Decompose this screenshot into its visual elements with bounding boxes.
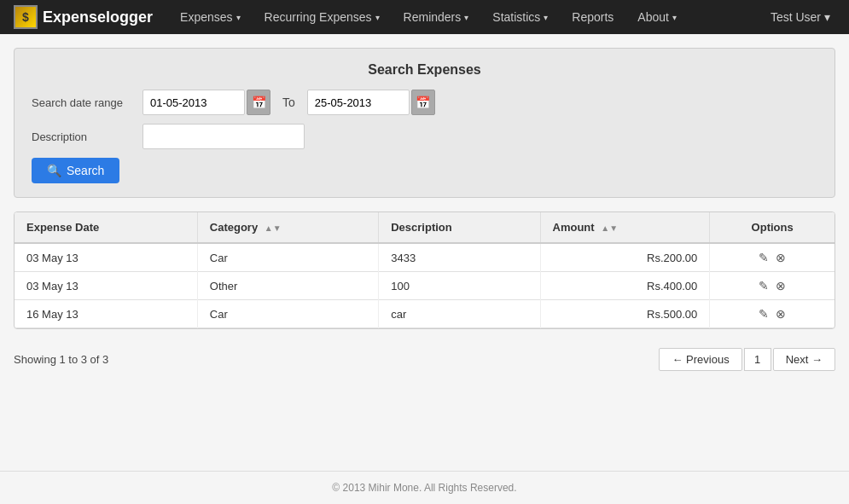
nav-items: Expenses ▾ Recurring Expenses ▾ Reminder…	[168, 0, 759, 34]
brand-icon: $	[14, 5, 38, 29]
cell-description: car	[379, 300, 540, 328]
chevron-down-icon: ▾	[672, 13, 677, 22]
cell-amount: Rs.500.00	[540, 300, 710, 328]
footer-text: © 2013 Mihir Mone. All Rights Reserved.	[332, 482, 516, 494]
cell-options: ✎ ⊗	[710, 272, 834, 300]
nav-reminders[interactable]: Reminders ▾	[392, 0, 481, 34]
chevron-down-icon: ▾	[375, 13, 380, 22]
date-range-row: Search date range 📅 To 📅	[32, 90, 817, 115]
cell-date: 03 May 13	[15, 243, 197, 272]
chevron-down-icon: ▾	[464, 13, 468, 22]
cell-category: Car	[197, 300, 378, 328]
delete-button[interactable]: ⊗	[776, 251, 786, 264]
from-date-input[interactable]	[142, 90, 245, 115]
expenses-table-container: Expense Date Category ▲▼ Description Amo…	[14, 211, 835, 329]
description-input[interactable]	[142, 124, 305, 149]
to-label: To	[282, 96, 295, 109]
col-options: Options	[710, 212, 834, 243]
table-header-row: Expense Date Category ▲▼ Description Amo…	[15, 212, 834, 243]
cell-amount: Rs.200.00	[540, 243, 710, 272]
table-row: 03 May 13 Car 3433 Rs.200.00 ✎ ⊗	[15, 243, 834, 272]
navbar: $ Expenselogger Expenses ▾ Recurring Exp…	[0, 0, 849, 34]
col-category[interactable]: Category ▲▼	[197, 212, 378, 243]
delete-button[interactable]: ⊗	[776, 307, 786, 321]
cell-options: ✎ ⊗	[710, 243, 834, 272]
edit-button[interactable]: ✎	[759, 279, 769, 293]
cell-options: ✎ ⊗	[710, 300, 834, 328]
sort-icon: ▲▼	[265, 223, 282, 233]
brand-link[interactable]: $ Expenselogger	[7, 5, 160, 29]
nav-recurring-expenses[interactable]: Recurring Expenses ▾	[253, 0, 392, 34]
col-amount[interactable]: Amount ▲▼	[540, 212, 710, 243]
cell-category: Other	[197, 272, 378, 300]
expenses-table: Expense Date Category ▲▼ Description Amo…	[15, 212, 834, 328]
edit-button[interactable]: ✎	[759, 307, 769, 321]
to-date-input[interactable]	[307, 90, 410, 115]
cell-amount: Rs.400.00	[540, 272, 710, 300]
previous-button[interactable]: ← Previous	[659, 348, 741, 371]
cell-date: 03 May 13	[15, 272, 197, 300]
cell-category: Car	[197, 243, 378, 272]
nav-expenses[interactable]: Expenses ▾	[168, 0, 252, 34]
search-panel: Search Expenses Search date range 📅 To 📅…	[14, 48, 835, 198]
edit-button[interactable]: ✎	[759, 251, 769, 264]
current-page: 1	[744, 348, 771, 371]
table-row: 03 May 13 Other 100 Rs.400.00 ✎ ⊗	[15, 272, 834, 300]
table-row: 16 May 13 Car car Rs.500.00 ✎ ⊗	[15, 300, 834, 328]
to-date-wrap: 📅	[307, 90, 435, 115]
date-range-label: Search date range	[32, 96, 142, 109]
pagination-bar: Showing 1 to 3 of 3 ← Previous 1 Next →	[0, 338, 849, 381]
user-menu[interactable]: Test User ▾	[759, 0, 842, 34]
cell-date: 16 May 13	[15, 300, 197, 328]
delete-button[interactable]: ⊗	[776, 279, 786, 293]
brand-name: Expenselogger	[43, 9, 153, 26]
col-description: Description	[379, 212, 540, 243]
description-label: Description	[32, 130, 142, 143]
cell-description: 100	[379, 272, 540, 300]
from-date-wrap: 📅	[142, 90, 270, 115]
sort-icon: ▲▼	[601, 223, 618, 233]
pagination-controls: ← Previous 1 Next →	[659, 348, 835, 371]
from-date-calendar-icon[interactable]: 📅	[247, 90, 270, 115]
nav-statistics[interactable]: Statistics ▾	[480, 0, 560, 34]
search-panel-title: Search Expenses	[32, 62, 817, 78]
chevron-down-icon: ▾	[824, 10, 830, 24]
to-date-calendar-icon[interactable]: 📅	[411, 90, 435, 115]
chevron-down-icon: ▾	[236, 13, 241, 22]
chevron-down-icon: ▾	[544, 13, 548, 22]
description-row: Description	[32, 124, 817, 149]
nav-reports[interactable]: Reports	[560, 0, 625, 34]
showing-text: Showing 1 to 3 of 3	[14, 353, 108, 366]
nav-about[interactable]: About ▾	[625, 0, 689, 34]
search-button[interactable]: 🔍 Search	[32, 158, 119, 183]
cell-description: 3433	[379, 243, 540, 272]
search-icon: 🔍	[47, 164, 61, 177]
footer: © 2013 Mihir Mone. All Rights Reserved.	[0, 471, 849, 504]
next-button[interactable]: Next →	[773, 348, 835, 371]
col-expense-date: Expense Date	[15, 212, 197, 243]
